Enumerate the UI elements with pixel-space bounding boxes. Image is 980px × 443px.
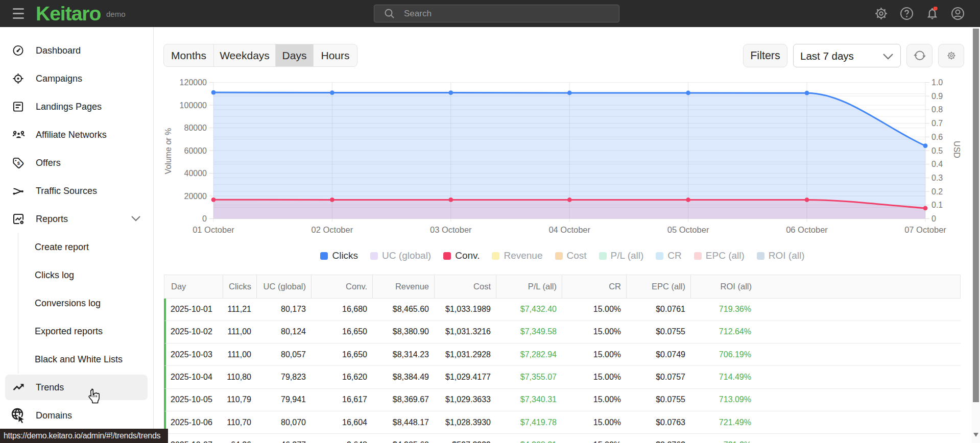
svg-text:06 October: 06 October (786, 225, 828, 234)
svg-text:Volume or %: Volume or % (164, 128, 173, 175)
svg-text:02 October: 02 October (312, 225, 353, 234)
svg-text:120000: 120000 (180, 78, 207, 87)
svg-text:0.3: 0.3 (931, 174, 943, 182)
svg-text:USD: USD (952, 141, 961, 158)
svg-text:0.6: 0.6 (931, 133, 943, 141)
svg-text:40000: 40000 (184, 169, 207, 178)
svg-text:0: 0 (931, 214, 936, 223)
svg-text:0.2: 0.2 (931, 187, 943, 196)
svg-text:1.0: 1.0 (931, 78, 943, 87)
svg-text:0.5: 0.5 (931, 146, 943, 155)
svg-text:100000: 100000 (180, 101, 207, 110)
svg-text:0.7: 0.7 (931, 119, 943, 128)
svg-text:0: 0 (202, 214, 207, 223)
svg-text:04 October: 04 October (548, 225, 590, 234)
svg-text:07 October: 07 October (904, 225, 946, 234)
svg-text:20000: 20000 (184, 192, 207, 201)
svg-text:0.4: 0.4 (931, 160, 943, 168)
svg-text:0.1: 0.1 (931, 201, 943, 209)
svg-text:01 October: 01 October (193, 225, 234, 234)
svg-text:$: $ (17, 160, 20, 166)
svg-text:0.9: 0.9 (931, 92, 943, 101)
svg-text:80000: 80000 (184, 124, 207, 132)
svg-text:60000: 60000 (184, 146, 207, 155)
svg-text:03 October: 03 October (430, 225, 472, 234)
svg-text:0.8: 0.8 (931, 105, 943, 114)
svg-text:05 October: 05 October (667, 225, 709, 234)
